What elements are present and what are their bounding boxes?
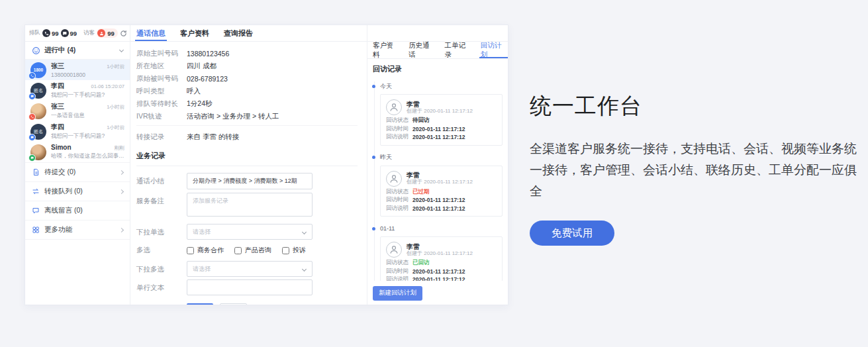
sidebar-item-pending[interactable]: 待提交 (0) [25,163,130,182]
visitor-stat: 99 [97,28,118,38]
service-note-row: 服务备注 [136,193,358,217]
tab-customer-profile[interactable]: 客户资料 [180,25,209,41]
chevron-right-icon [119,227,124,232]
info-row: 排队等待时长1分24秒 [136,97,358,110]
multi-select[interactable]: 请选择 [187,261,313,277]
refresh-icon[interactable] [120,30,127,37]
checkbox-complaint[interactable]: 投诉 [282,246,306,255]
transfer-icon [32,187,40,195]
conversation-item[interactable]: 匿名 李四1小时前 我想问一下手机问题? [25,121,130,142]
chat-icon [61,29,69,37]
single-select-row: 下拉单选 请选择 [136,224,358,240]
checkbox[interactable] [234,247,242,254]
multi-check-row: 多选 商务合作 产品咨询 投诉 [136,246,358,255]
visit-record-title: 回访记录 [373,64,503,74]
phone-queue-count: 99 [52,30,59,37]
tab-query-report[interactable]: 查询报告 [224,25,253,41]
avatar [30,103,46,119]
service-note-textarea[interactable] [187,193,313,217]
visitor-label: 访客 [83,29,95,37]
contact-name: 张三 [51,102,64,111]
visitor-count: 99 [107,30,115,37]
call-summary-input[interactable] [187,173,313,189]
chat-badge-icon [28,93,36,100]
chat-queue-count: 99 [70,30,77,37]
contact-name: 张三 [51,62,64,71]
new-visit-plan-button[interactable]: 新建回访计划 [373,286,422,301]
tab-call-info[interactable]: 通话信息 [136,25,166,41]
sidebar: 排队 99 99 访客 99 进行中 (4) 1800 [25,25,130,305]
wechat-badge-icon [28,154,36,162]
visit-person-name: 李雷 [407,172,473,179]
contact-name: 李四 [51,123,64,132]
tab-visit-plan[interactable]: 回访计划 [481,42,508,58]
ongoing-label: 进行中 (4) [44,46,75,55]
hero-title: 统一工作台 [530,91,868,121]
conversation-item[interactable]: Simon刚刚 哈喽，你知道这是怎么回事吗? [25,142,130,162]
avatar: 匿名 [30,83,46,99]
hero-description: 全渠道客户服务统一接待，支持电话、会话、视频等业务统一接待，客户管理、会话小结、… [530,138,866,202]
free-trial-button[interactable]: 免费试用 [530,221,614,246]
voice-badge-icon [28,113,36,121]
finish-button[interactable]: 完结 [187,303,213,305]
single-line-text-input[interactable] [187,279,313,295]
group-date: 01-11 [380,225,395,232]
avatar: 1800 [30,62,46,78]
tab-ticket-record[interactable]: 工单记录 [445,42,472,58]
save-draft-button[interactable]: 暂存 [220,303,247,305]
phone-queue-stat: 99 [42,29,59,37]
visit-card: 李雷 创建于 2020-01-11 12:17:12 回访状态已过期 回访时间2… [380,166,503,217]
conversation-item[interactable]: 匿名 李四01-06 15:20:07 我想问一下手机问题? [25,80,130,101]
visit-record-list: 回访记录 今天 李雷 创建于 2020-01-11 12:17:12 回访状态待… [367,59,508,305]
sidebar-item-offline-messages[interactable]: 离线留言 (0) [25,201,130,221]
queue-label: 排队 [29,29,40,37]
right-tabs: 客户资料 历史通话 工单记录 回访计划 [367,42,508,59]
queue-stats-bar: 排队 99 99 访客 99 [25,25,130,42]
chevron-down-icon [302,230,307,234]
conversation-time: 01-06 15:20:07 [91,83,124,89]
grid-icon [32,226,40,234]
visit-status: 待回访 [412,117,430,124]
info-row: 原始被叫号码028-6789123 [136,72,358,85]
sidebar-item-more-functions[interactable]: 更多功能 [25,221,130,240]
visitor-person-icon [97,29,105,37]
call-summary-row: 通话小结 [136,173,358,189]
checkbox-business-cooperation[interactable]: 商务合作 [187,246,224,255]
business-record-title: 业务记录 [136,151,358,166]
visit-card: 李雷 创建于 2020-01-11 12:17:12 回访状态待回访 回访时间2… [380,94,503,146]
chat-badge-icon [28,134,36,141]
conversation-item[interactable]: 1800 张三1小时前 13800001800 [25,60,130,80]
visit-card: 李雷 创建于 2020-01-11 12:17:12 回访状态已回访 回访时间2… [380,236,503,288]
visit-group: 昨天 李雷 创建于 2020-01-11 12:17:12 回访状态已过期 回访… [373,152,503,217]
ongoing-section-header[interactable]: 进行中 (4) [25,42,130,60]
conversation-item[interactable]: 张三1小时前 一条语音信息 [25,101,130,121]
info-row: 呼叫类型呼入 [136,85,358,97]
conversation-preview: 我想问一下手机问题? [51,132,124,140]
smiley-chat-icon [32,46,40,55]
conversation-list: 1800 张三1小时前 13800001800 匿名 李四01-06 15:20… [25,60,130,162]
single-text-row: 单行文本 [136,279,358,295]
visit-group: 01-11 李雷 创建于 2020-01-11 12:17:12 回访状态已回访… [373,223,503,288]
info-row: IVR轨迹活动咨询 > 业务办理 > 转人工 [136,110,358,123]
sidebar-item-transfer-queue[interactable]: 转接队列 (0) [25,182,130,201]
sidebar-menu: 待提交 (0) 转接队列 (0) 离线留言 (0) 更多功能 [25,162,130,240]
main-tabs: 通话信息 客户资料 查询报告 [130,25,367,42]
conversation-preview: 我想问一下手机问题? [51,91,124,99]
conversation-time: 1小时前 [107,104,124,111]
timeline-dot [372,85,375,88]
visit-status: 已过期 [412,188,430,196]
visit-person-name: 李雷 [407,243,473,250]
conversation-time: 1小时前 [107,124,124,131]
checkbox[interactable] [282,247,289,254]
right-panel-footer: 新建回访计划 [367,281,508,305]
message-icon [32,207,40,215]
single-select[interactable]: 请选择 [187,224,313,240]
tab-call-history[interactable]: 历史通话 [409,42,436,58]
phone-badge-icon [28,72,36,79]
chevron-down-icon [302,267,307,272]
person-avatar-icon [386,242,402,258]
conversation-time: 刚刚 [115,145,124,152]
tab-customer-profile-right[interactable]: 客户资料 [373,42,400,58]
checkbox-product-consult[interactable]: 产品咨询 [234,246,271,255]
checkbox[interactable] [187,247,194,254]
